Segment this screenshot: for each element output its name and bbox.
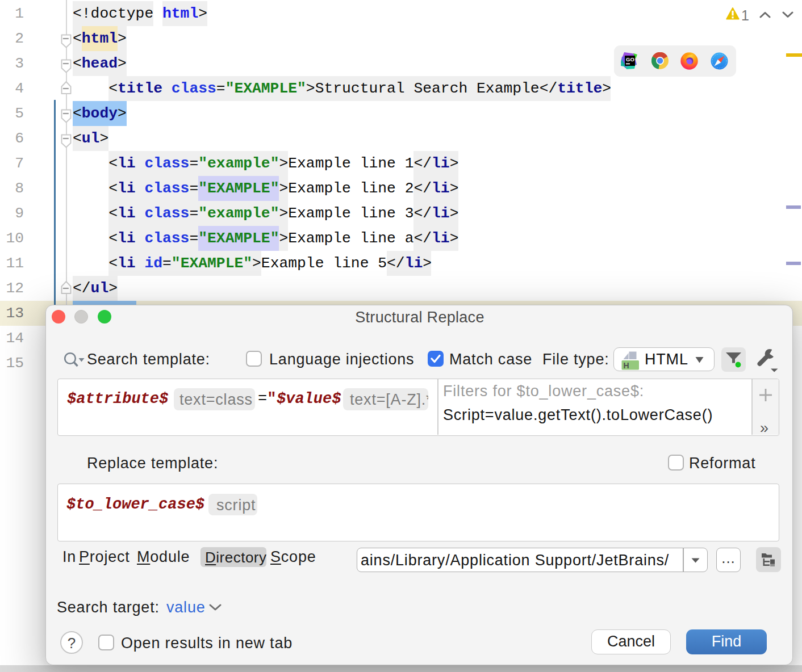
- svg-text:H: H: [624, 361, 629, 370]
- svg-text:GO: GO: [626, 56, 634, 62]
